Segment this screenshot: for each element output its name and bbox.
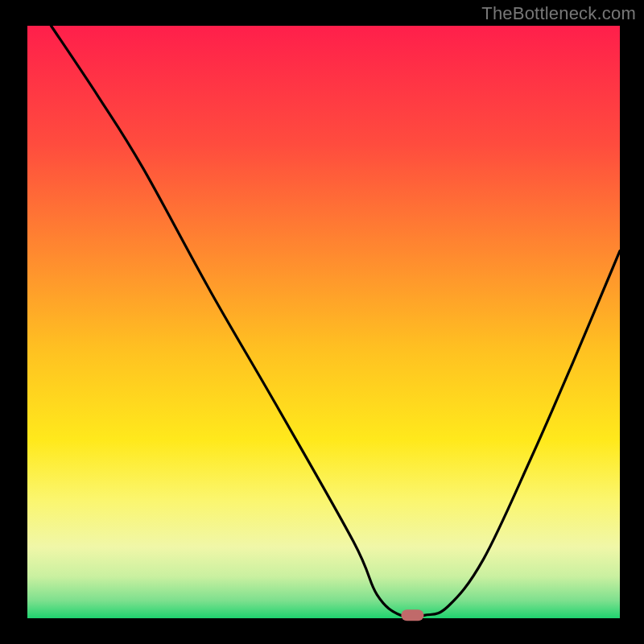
optimal-point-marker: [401, 609, 423, 621]
chart-container: TheBottleneck.com: [0, 0, 644, 644]
watermark-text: TheBottleneck.com: [481, 3, 636, 24]
bottleneck-chart: [0, 0, 644, 644]
plot-background: [27, 26, 620, 618]
